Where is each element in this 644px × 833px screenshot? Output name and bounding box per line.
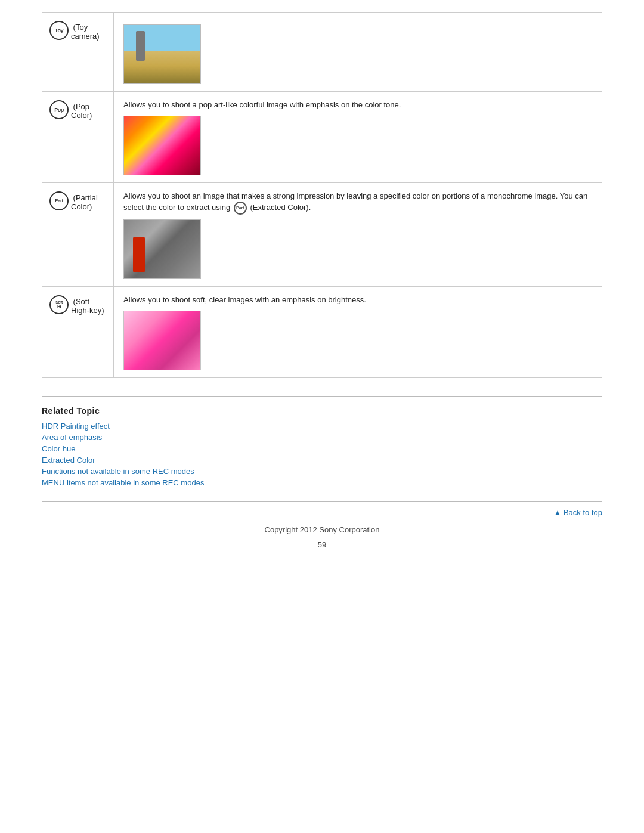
footer-section: ▲ Back to top [42,501,602,517]
partial-color-description: Allows you to shoot an image that makes … [123,190,592,215]
pop-color-label: (PopColor) [71,102,92,120]
page-number: 59 [42,540,602,549]
partial-color-inline-icon: Part [234,202,247,215]
camera-modes-table: Toy (Toycamera) Pop (PopColor) [42,12,602,378]
soft-highkey-icon: SoftHi [49,295,69,314]
soft-highkey-image [123,311,201,370]
related-topic-section: Related Topic HDR Painting effect Area o… [42,396,602,487]
table-row: Part (PartialColor) Allows you to shoot … [42,182,602,287]
related-link-color-hue[interactable]: Color hue [42,444,602,453]
toy-camera-image [123,24,201,84]
pop-color-image [123,116,201,175]
icon-wrapper-toy: Toy (Toycamera) [49,21,106,42]
soft-highkey-description: Allows you to shoot soft, clear images w… [123,294,592,306]
related-link-menu[interactable]: MENU items not available in some REC mod… [42,478,602,487]
icon-cell-pop: Pop (PopColor) [42,92,114,183]
table-row: Toy (Toycamera) [42,13,602,92]
copyright-text: Copyright 2012 Sony Corporation [42,525,602,534]
related-topic-title: Related Topic [42,406,602,416]
toy-camera-icon: Toy [49,21,69,40]
pop-color-description: Allows you to shoot a pop art-like color… [123,99,592,111]
content-cell-partial: Allows you to shoot an image that makes … [114,182,602,287]
related-link-area[interactable]: Area of emphasis [42,433,602,442]
partial-color-label: (PartialColor) [71,193,98,211]
icon-cell-soft: SoftHi (SoftHigh-key) [42,287,114,378]
page-container: Toy (Toycamera) Pop (PopColor) [42,0,602,573]
table-row: SoftHi (SoftHigh-key) Allows you to shoo… [42,287,602,378]
table-row: Pop (PopColor) Allows you to shoot a pop… [42,92,602,183]
icon-wrapper-partial: Part (PartialColor) [49,191,106,213]
icon-row-soft: SoftHi (SoftHigh-key) [49,295,104,317]
icon-wrapper-soft: SoftHi (SoftHigh-key) [49,295,106,317]
icon-row-toy: Toy (Toycamera) [49,21,100,42]
content-cell-toy [114,13,602,92]
content-cell-soft: Allows you to shoot soft, clear images w… [114,287,602,378]
partial-color-icon: Part [49,191,69,210]
toy-camera-label: (Toycamera) [71,23,100,41]
back-to-top-link[interactable]: ▲ Back to top [553,508,602,517]
icon-cell-toy: Toy (Toycamera) [42,13,114,92]
icon-row-pop: Pop (PopColor) [49,100,92,122]
pop-color-icon: Pop [49,100,69,119]
related-link-functions[interactable]: Functions not available in some REC mode… [42,467,602,476]
partial-color-image [123,219,201,279]
icon-row-partial: Part (PartialColor) [49,191,98,213]
related-link-hdr[interactable]: HDR Painting effect [42,422,602,431]
related-link-extracted[interactable]: Extracted Color [42,456,602,465]
icon-cell-partial: Part (PartialColor) [42,182,114,287]
soft-highkey-label: (SoftHigh-key) [71,297,104,315]
icon-wrapper-pop: Pop (PopColor) [49,100,106,122]
content-cell-pop: Allows you to shoot a pop art-like color… [114,92,602,183]
